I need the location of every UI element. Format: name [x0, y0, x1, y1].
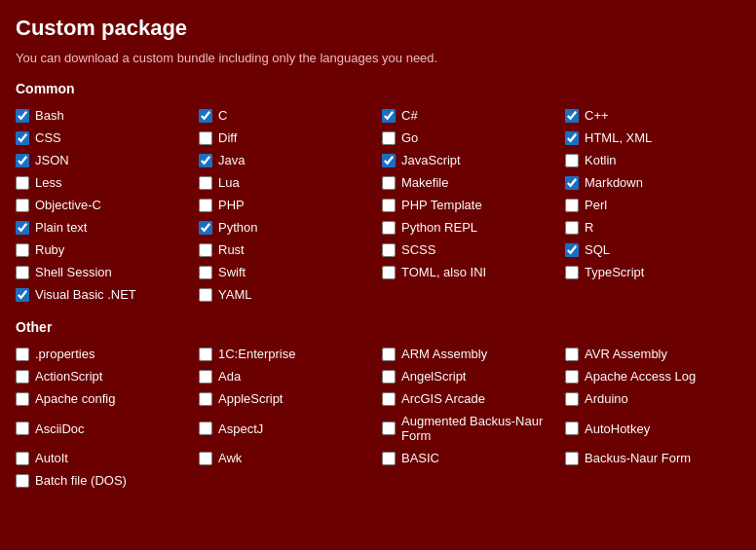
checkbox-markdown[interactable] — [565, 176, 579, 190]
label-bash[interactable]: Bash — [35, 108, 64, 123]
checkbox-arm-assembly[interactable] — [382, 348, 396, 361]
label-shell-session[interactable]: Shell Session — [35, 265, 112, 279]
checkbox-kotlin[interactable] — [565, 154, 579, 167]
checkbox-batch-dos[interactable] — [16, 474, 29, 488]
label-java[interactable]: Java — [218, 153, 245, 167]
label-awk[interactable]: Awk — [218, 451, 242, 465]
checkbox-autohotkey[interactable] — [565, 422, 579, 435]
label-batch-dos[interactable]: Batch file (DOS) — [35, 473, 127, 488]
checkbox-less[interactable] — [16, 176, 29, 190]
checkbox-cpp[interactable] — [565, 109, 579, 123]
label-kotlin[interactable]: Kotlin — [585, 153, 617, 167]
checkbox-visual-basic[interactable] — [16, 288, 29, 302]
checkbox-csharp[interactable] — [382, 109, 396, 123]
label-php-template[interactable]: PHP Template — [401, 198, 482, 212]
checkbox-lua[interactable] — [199, 176, 212, 190]
label-toml-ini[interactable]: TOML, also INI — [401, 265, 486, 279]
checkbox-actionscript[interactable] — [16, 370, 29, 384]
label-1c-enterprise[interactable]: 1C:Enterprise — [218, 347, 295, 361]
checkbox-go[interactable] — [382, 131, 396, 145]
label-lua[interactable]: Lua — [218, 175, 240, 190]
label-markdown[interactable]: Markdown — [585, 175, 643, 190]
checkbox-objective-c[interactable] — [16, 199, 29, 212]
checkbox-1c-enterprise[interactable] — [199, 348, 212, 361]
label-arcgis-arcade[interactable]: ArcGIS Arcade — [401, 391, 485, 406]
label-objective-c[interactable]: Objective-C — [35, 198, 101, 212]
label-typescript[interactable]: TypeScript — [585, 265, 644, 279]
label-less[interactable]: Less — [35, 175, 61, 190]
label-c[interactable]: C — [218, 108, 227, 123]
checkbox-json[interactable] — [16, 154, 29, 167]
label-properties[interactable]: .properties — [35, 347, 94, 361]
label-autoit[interactable]: AutoIt — [35, 451, 68, 465]
checkbox-yaml[interactable] — [199, 288, 212, 302]
label-actionscript[interactable]: ActionScript — [35, 369, 102, 384]
checkbox-python-repl[interactable] — [382, 221, 396, 235]
checkbox-arduino[interactable] — [565, 392, 579, 406]
label-csharp[interactable]: C# — [401, 108, 418, 123]
checkbox-augmented-backus-naur[interactable] — [382, 422, 396, 435]
checkbox-autoit[interactable] — [16, 452, 29, 465]
checkbox-php-template[interactable] — [382, 199, 396, 212]
checkbox-backus-naur[interactable] — [565, 452, 579, 465]
label-basic[interactable]: BASIC — [401, 451, 439, 465]
label-backus-naur[interactable]: Backus-Naur Form — [585, 451, 691, 465]
checkbox-basic[interactable] — [382, 452, 396, 465]
label-r[interactable]: R — [585, 220, 593, 235]
label-javascript[interactable]: JavaScript — [401, 153, 461, 167]
checkbox-toml-ini[interactable] — [382, 266, 396, 279]
label-autohotkey[interactable]: AutoHotkey — [585, 422, 650, 436]
label-go[interactable]: Go — [401, 130, 418, 145]
checkbox-sql[interactable] — [565, 243, 579, 257]
checkbox-c[interactable] — [199, 109, 212, 123]
checkbox-typescript[interactable] — [565, 266, 579, 279]
checkbox-ada[interactable] — [199, 370, 212, 384]
checkbox-rust[interactable] — [199, 243, 212, 257]
label-arduino[interactable]: Arduino — [585, 391, 628, 406]
label-ruby[interactable]: Ruby — [35, 242, 64, 257]
checkbox-aspectj[interactable] — [199, 422, 212, 435]
checkbox-plain-text[interactable] — [16, 221, 29, 235]
label-php[interactable]: PHP — [218, 198, 245, 212]
label-apache-access-log[interactable]: Apache Access Log — [585, 369, 696, 384]
checkbox-javascript[interactable] — [382, 154, 396, 167]
label-avr-assembly[interactable]: AVR Assembly — [585, 347, 667, 361]
label-makefile[interactable]: Makefile — [401, 175, 448, 190]
label-html-xml[interactable]: HTML, XML — [585, 130, 652, 145]
checkbox-apache-config[interactable] — [16, 392, 29, 406]
label-augmented-backus-naur[interactable]: Augmented Backus-Naur Form — [401, 414, 557, 443]
checkbox-apache-access-log[interactable] — [565, 370, 579, 384]
checkbox-php[interactable] — [199, 199, 212, 212]
label-python-repl[interactable]: Python REPL — [401, 220, 477, 235]
checkbox-css[interactable] — [16, 131, 29, 145]
checkbox-perl[interactable] — [565, 199, 579, 212]
label-css[interactable]: CSS — [35, 130, 61, 145]
checkbox-arcgis-arcade[interactable] — [382, 392, 396, 406]
checkbox-swift[interactable] — [199, 266, 212, 279]
label-angelscript[interactable]: AngelScript — [401, 369, 466, 384]
label-aspectj[interactable]: AspectJ — [218, 422, 263, 436]
label-arm-assembly[interactable]: ARM Assembly — [401, 347, 487, 361]
checkbox-scss[interactable] — [382, 243, 396, 257]
label-rust[interactable]: Rust — [218, 242, 245, 257]
label-diff[interactable]: Diff — [218, 130, 237, 145]
checkbox-applescript[interactable] — [199, 392, 212, 406]
checkbox-r[interactable] — [565, 221, 579, 235]
checkbox-bash[interactable] — [16, 109, 29, 123]
label-ada[interactable]: Ada — [218, 369, 241, 384]
label-plain-text[interactable]: Plain text — [35, 220, 87, 235]
checkbox-avr-assembly[interactable] — [565, 348, 579, 361]
checkbox-shell-session[interactable] — [16, 266, 29, 279]
checkbox-asciidoc[interactable] — [16, 422, 29, 435]
label-applescript[interactable]: AppleScript — [218, 391, 283, 406]
label-swift[interactable]: Swift — [218, 265, 246, 279]
checkbox-diff[interactable] — [199, 131, 212, 145]
checkbox-ruby[interactable] — [16, 243, 29, 257]
checkbox-python[interactable] — [199, 221, 212, 235]
label-cpp[interactable]: C++ — [585, 108, 609, 123]
checkbox-java[interactable] — [199, 154, 212, 167]
checkbox-awk[interactable] — [199, 452, 212, 465]
checkbox-angelscript[interactable] — [382, 370, 396, 384]
label-apache-config[interactable]: Apache config — [35, 391, 115, 406]
checkbox-properties[interactable] — [16, 348, 29, 361]
